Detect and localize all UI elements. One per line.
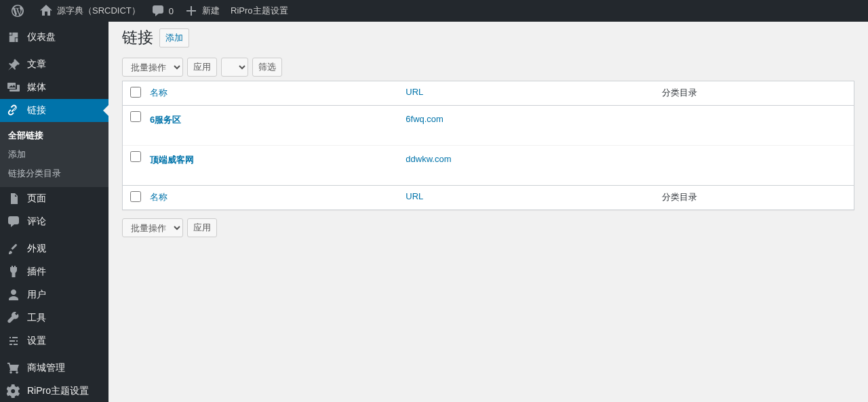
- comments-link[interactable]: 0: [146, 0, 179, 22]
- menu-media[interactable]: 媒体: [0, 76, 108, 99]
- media-icon: [7, 81, 20, 94]
- col-footer-url[interactable]: URL: [406, 191, 423, 201]
- comments-icon: [7, 215, 20, 228]
- link-url[interactable]: 6fwq.com: [406, 114, 443, 124]
- tablenav-top: 批量操作 应用 筛选: [122, 58, 854, 77]
- select-all-top[interactable]: [130, 87, 141, 98]
- admin-toolbar: 源字典（SRCDICT） 0 新建 RiPro主题设置: [0, 0, 868, 22]
- tablenav-bottom: 批量操作 应用: [122, 218, 854, 237]
- col-header-categories: 分类目录: [655, 81, 854, 106]
- admin-menu: 仪表盘 文章 媒体 链接 全部链接 添加 链接分类目录 页面 评论 外观 插件 …: [0, 22, 108, 255]
- menu-pages[interactable]: 页面: [0, 187, 108, 210]
- apply-button-bottom[interactable]: 应用: [187, 218, 217, 237]
- col-header-name[interactable]: 名称: [150, 87, 167, 98]
- col-footer-name[interactable]: 名称: [150, 192, 167, 202]
- page-title: 链接: [122, 27, 153, 48]
- comment-icon: [151, 4, 165, 18]
- bulk-action-select-bottom[interactable]: 批量操作: [122, 218, 183, 237]
- pin-icon: [7, 58, 20, 71]
- links-table: 名称 URL 分类目录 6服务区 6fwq.com 顶端威客网 ddwkw.co…: [122, 81, 854, 210]
- link-icon: [7, 104, 20, 117]
- wordpress-icon: [11, 4, 24, 18]
- menu-comments[interactable]: 评论: [0, 210, 108, 233]
- page-icon: [7, 192, 20, 205]
- brush-icon: [7, 242, 20, 255]
- dashboard-icon: [7, 31, 20, 44]
- comments-count: 0: [169, 6, 174, 16]
- menu-dashboard[interactable]: 仪表盘: [0, 26, 108, 49]
- submenu-all-links[interactable]: 全部链接: [0, 126, 108, 145]
- link-categories: [655, 146, 854, 185]
- menu-appearance[interactable]: 外观: [0, 237, 108, 255]
- menu-posts[interactable]: 文章: [0, 53, 108, 76]
- link-categories: [655, 106, 854, 146]
- submenu-add-link[interactable]: 添加: [0, 145, 108, 164]
- bulk-action-select-top[interactable]: 批量操作: [122, 58, 183, 77]
- new-content[interactable]: 新建: [179, 0, 225, 22]
- col-header-url[interactable]: URL: [406, 87, 423, 97]
- menu-links[interactable]: 链接: [0, 99, 108, 122]
- plus-icon: [184, 4, 198, 18]
- row-checkbox[interactable]: [130, 151, 141, 162]
- filter-button[interactable]: 筛选: [252, 58, 282, 77]
- select-all-bottom[interactable]: [130, 191, 141, 202]
- home-icon: [39, 4, 53, 18]
- site-link[interactable]: 源字典（SRCDICT）: [34, 0, 146, 22]
- submenu-link-categories[interactable]: 链接分类目录: [0, 164, 108, 183]
- row-checkbox[interactable]: [130, 111, 141, 122]
- new-label: 新建: [202, 5, 220, 17]
- content-area: 链接 添加 批量操作 应用 筛选 名称 URL 分类目录 6服务区: [108, 0, 868, 255]
- col-footer-categories: 分类目录: [655, 185, 854, 209]
- table-row: 顶端威客网 ddwkw.com: [123, 146, 854, 185]
- ripro-settings-link[interactable]: RiPro主题设置: [225, 0, 294, 22]
- link-url[interactable]: ddwkw.com: [406, 154, 451, 164]
- link-name[interactable]: 顶端威客网: [150, 155, 194, 165]
- apply-button-top[interactable]: 应用: [187, 58, 217, 77]
- add-new-button[interactable]: 添加: [159, 28, 189, 47]
- filter-category-select[interactable]: [221, 58, 248, 77]
- site-name: 源字典（SRCDICT）: [57, 5, 140, 17]
- links-submenu: 全部链接 添加 链接分类目录: [0, 122, 108, 187]
- wp-logo[interactable]: [5, 0, 34, 22]
- link-name[interactable]: 6服务区: [150, 115, 181, 125]
- table-row: 6服务区 6fwq.com: [123, 106, 854, 146]
